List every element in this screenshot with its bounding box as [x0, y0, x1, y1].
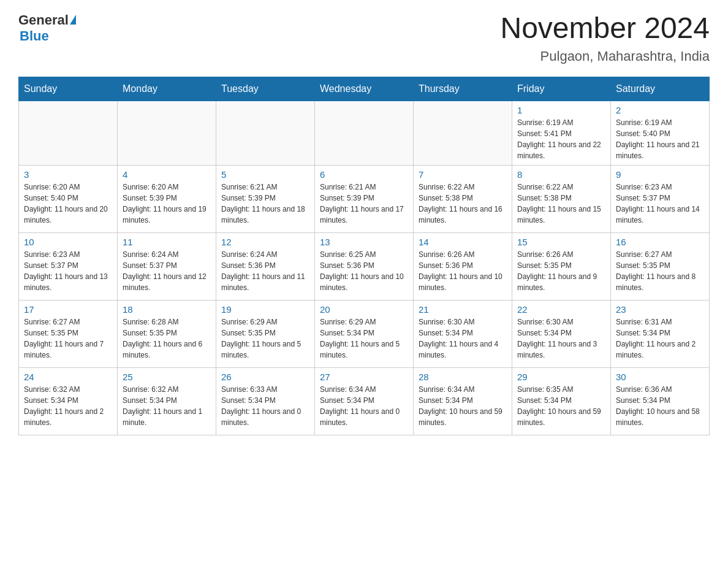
day-number: 24 [24, 372, 112, 382]
calendar-cell: 14Sunrise: 6:26 AMSunset: 5:36 PMDayligh… [414, 232, 512, 300]
day-info: Sunrise: 6:21 AMSunset: 5:39 PMDaylight:… [320, 182, 408, 226]
calendar-cell [315, 101, 414, 165]
calendar-cell: 30Sunrise: 6:36 AMSunset: 5:34 PMDayligh… [611, 367, 710, 435]
day-number: 20 [320, 304, 408, 315]
day-info: Sunrise: 6:31 AMSunset: 5:34 PMDaylight:… [616, 316, 704, 361]
calendar-cell: 2Sunrise: 6:19 AMSunset: 5:40 PMDaylight… [611, 101, 710, 165]
calendar-cell: 10Sunrise: 6:23 AMSunset: 5:37 PMDayligh… [19, 232, 118, 300]
logo-blue-text: Blue [20, 28, 49, 44]
day-info: Sunrise: 6:27 AMSunset: 5:35 PMDaylight:… [24, 316, 112, 361]
calendar-cell [414, 101, 512, 165]
day-number: 8 [517, 169, 605, 180]
day-info: Sunrise: 6:23 AMSunset: 5:37 PMDaylight:… [24, 249, 112, 293]
calendar-cell: 13Sunrise: 6:25 AMSunset: 5:36 PMDayligh… [315, 232, 414, 300]
day-number: 18 [123, 304, 211, 315]
column-header-thursday: Thursday [414, 77, 512, 101]
day-number: 23 [616, 304, 704, 315]
day-info: Sunrise: 6:19 AMSunset: 5:40 PMDaylight:… [616, 117, 704, 161]
day-info: Sunrise: 6:29 AMSunset: 5:34 PMDaylight:… [320, 316, 408, 361]
day-info: Sunrise: 6:35 AMSunset: 5:34 PMDaylight:… [517, 384, 605, 428]
column-header-wednesday: Wednesday [315, 77, 414, 101]
calendar-week-row: 24Sunrise: 6:32 AMSunset: 5:34 PMDayligh… [19, 367, 710, 435]
page-header: General Blue November 2024 Pulgaon, Maha… [18, 12, 710, 64]
calendar-cell: 1Sunrise: 6:19 AMSunset: 5:41 PMDaylight… [512, 101, 611, 165]
column-header-friday: Friday [512, 77, 611, 101]
day-number: 25 [123, 372, 211, 382]
day-number: 14 [419, 237, 507, 247]
location-title: Pulgaon, Maharashtra, India [500, 48, 710, 64]
day-number: 10 [24, 237, 112, 247]
day-info: Sunrise: 6:32 AMSunset: 5:34 PMDaylight:… [123, 384, 211, 428]
day-info: Sunrise: 6:25 AMSunset: 5:36 PMDaylight:… [320, 249, 408, 293]
day-number: 11 [123, 237, 211, 247]
day-info: Sunrise: 6:27 AMSunset: 5:35 PMDaylight:… [616, 249, 704, 293]
calendar-header-row: SundayMondayTuesdayWednesdayThursdayFrid… [19, 77, 710, 101]
calendar-cell: 16Sunrise: 6:27 AMSunset: 5:35 PMDayligh… [611, 232, 710, 300]
calendar-cell: 28Sunrise: 6:34 AMSunset: 5:34 PMDayligh… [414, 367, 512, 435]
day-info: Sunrise: 6:26 AMSunset: 5:35 PMDaylight:… [517, 249, 605, 293]
day-number: 17 [24, 304, 112, 315]
calendar-cell: 21Sunrise: 6:30 AMSunset: 5:34 PMDayligh… [414, 300, 512, 367]
calendar-cell: 19Sunrise: 6:29 AMSunset: 5:35 PMDayligh… [216, 300, 315, 367]
column-header-saturday: Saturday [611, 77, 710, 101]
day-number: 1 [517, 105, 605, 115]
calendar-cell [118, 101, 216, 165]
calendar-week-row: 17Sunrise: 6:27 AMSunset: 5:35 PMDayligh… [19, 300, 710, 367]
day-info: Sunrise: 6:29 AMSunset: 5:35 PMDaylight:… [221, 316, 309, 361]
calendar-cell [216, 101, 315, 165]
day-info: Sunrise: 6:22 AMSunset: 5:38 PMDaylight:… [419, 182, 507, 226]
calendar-cell: 20Sunrise: 6:29 AMSunset: 5:34 PMDayligh… [315, 300, 414, 367]
day-info: Sunrise: 6:34 AMSunset: 5:34 PMDaylight:… [419, 384, 507, 428]
day-number: 26 [221, 372, 309, 382]
day-number: 27 [320, 372, 408, 382]
calendar-cell [19, 101, 118, 165]
day-number: 30 [616, 372, 704, 382]
calendar-week-row: 3Sunrise: 6:20 AMSunset: 5:40 PMDaylight… [19, 165, 710, 232]
calendar-cell: 15Sunrise: 6:26 AMSunset: 5:35 PMDayligh… [512, 232, 611, 300]
logo: General Blue [18, 12, 76, 44]
day-info: Sunrise: 6:28 AMSunset: 5:35 PMDaylight:… [123, 316, 211, 361]
day-number: 7 [419, 169, 507, 180]
day-info: Sunrise: 6:23 AMSunset: 5:37 PMDaylight:… [616, 182, 704, 226]
day-info: Sunrise: 6:22 AMSunset: 5:38 PMDaylight:… [517, 182, 605, 226]
day-info: Sunrise: 6:36 AMSunset: 5:34 PMDaylight:… [616, 384, 704, 428]
day-info: Sunrise: 6:26 AMSunset: 5:36 PMDaylight:… [419, 249, 507, 293]
calendar-cell: 12Sunrise: 6:24 AMSunset: 5:36 PMDayligh… [216, 232, 315, 300]
day-number: 5 [221, 169, 309, 180]
column-header-monday: Monday [118, 77, 216, 101]
day-number: 15 [517, 237, 605, 247]
calendar-cell: 27Sunrise: 6:34 AMSunset: 5:34 PMDayligh… [315, 367, 414, 435]
day-number: 6 [320, 169, 408, 180]
calendar-cell: 23Sunrise: 6:31 AMSunset: 5:34 PMDayligh… [611, 300, 710, 367]
calendar-cell: 11Sunrise: 6:24 AMSunset: 5:37 PMDayligh… [118, 232, 216, 300]
day-number: 21 [419, 304, 507, 315]
day-number: 28 [419, 372, 507, 382]
calendar-cell: 3Sunrise: 6:20 AMSunset: 5:40 PMDaylight… [19, 165, 118, 232]
calendar-week-row: 1Sunrise: 6:19 AMSunset: 5:41 PMDaylight… [19, 101, 710, 165]
day-info: Sunrise: 6:34 AMSunset: 5:34 PMDaylight:… [320, 384, 408, 428]
calendar-cell: 6Sunrise: 6:21 AMSunset: 5:39 PMDaylight… [315, 165, 414, 232]
day-info: Sunrise: 6:20 AMSunset: 5:40 PMDaylight:… [24, 182, 112, 226]
day-info: Sunrise: 6:24 AMSunset: 5:36 PMDaylight:… [221, 249, 309, 293]
calendar-table: SundayMondayTuesdayWednesdayThursdayFrid… [18, 77, 710, 435]
calendar-week-row: 10Sunrise: 6:23 AMSunset: 5:37 PMDayligh… [19, 232, 710, 300]
day-number: 4 [123, 169, 211, 180]
day-info: Sunrise: 6:20 AMSunset: 5:39 PMDaylight:… [123, 182, 211, 226]
day-info: Sunrise: 6:30 AMSunset: 5:34 PMDaylight:… [517, 316, 605, 361]
day-info: Sunrise: 6:33 AMSunset: 5:34 PMDaylight:… [221, 384, 309, 428]
calendar-cell: 24Sunrise: 6:32 AMSunset: 5:34 PMDayligh… [19, 367, 118, 435]
calendar-cell: 5Sunrise: 6:21 AMSunset: 5:39 PMDaylight… [216, 165, 315, 232]
calendar-cell: 7Sunrise: 6:22 AMSunset: 5:38 PMDaylight… [414, 165, 512, 232]
calendar-cell: 22Sunrise: 6:30 AMSunset: 5:34 PMDayligh… [512, 300, 611, 367]
day-info: Sunrise: 6:19 AMSunset: 5:41 PMDaylight:… [517, 117, 605, 161]
day-number: 16 [616, 237, 704, 247]
calendar-cell: 8Sunrise: 6:22 AMSunset: 5:38 PMDaylight… [512, 165, 611, 232]
day-info: Sunrise: 6:32 AMSunset: 5:34 PMDaylight:… [24, 384, 112, 428]
calendar-cell: 4Sunrise: 6:20 AMSunset: 5:39 PMDaylight… [118, 165, 216, 232]
calendar-cell: 29Sunrise: 6:35 AMSunset: 5:34 PMDayligh… [512, 367, 611, 435]
month-title: November 2024 [500, 12, 710, 45]
calendar-cell: 25Sunrise: 6:32 AMSunset: 5:34 PMDayligh… [118, 367, 216, 435]
column-header-tuesday: Tuesday [216, 77, 315, 101]
day-number: 9 [616, 169, 704, 180]
day-info: Sunrise: 6:21 AMSunset: 5:39 PMDaylight:… [221, 182, 309, 226]
